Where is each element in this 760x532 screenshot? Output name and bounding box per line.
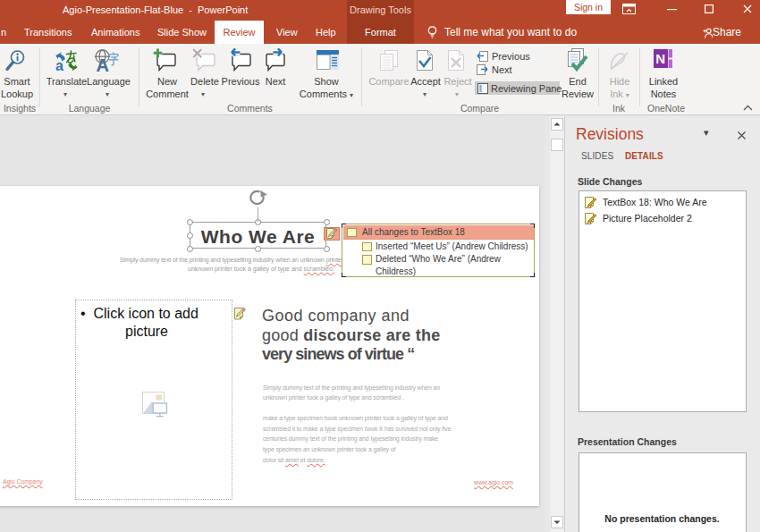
svg-text:a: a	[55, 58, 63, 72]
svg-text:A: A	[97, 55, 109, 72]
svg-text:N: N	[655, 51, 665, 66]
